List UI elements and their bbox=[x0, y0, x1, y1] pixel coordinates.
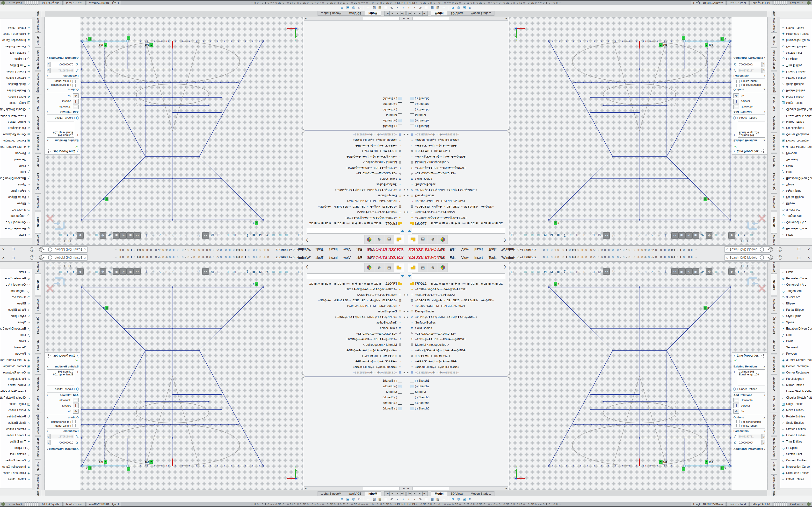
headsup-icon[interactable]: ▦ bbox=[529, 269, 535, 275]
filter-input[interactable] bbox=[307, 228, 400, 234]
headsup-icon[interactable]: ∕ bbox=[157, 269, 163, 275]
displaymanager-tab[interactable] bbox=[438, 235, 448, 244]
headsup-icon[interactable]: ▦ bbox=[713, 232, 719, 238]
tree-row[interactable]: ✎○25∙∪Ж⊙ΑШ○◦○ШΑ⊙Ж∪∙52○ bbox=[406, 331, 508, 336]
doc-tab-model[interactable]: Model bbox=[365, 11, 381, 16]
propertymanager-tab[interactable]: ▤ bbox=[418, 263, 428, 272]
headsup-icon[interactable]: ◩ bbox=[264, 269, 270, 275]
relation-button-horizontal[interactable]: —Horizontal bbox=[733, 398, 765, 402]
menu-item-polygon[interactable]: ◇Polygon bbox=[780, 150, 812, 157]
displaymanager-tab[interactable] bbox=[438, 263, 448, 272]
bottom-toolbar-icon[interactable]: ⚙ bbox=[339, 5, 345, 11]
bottom-toolbar-icon[interactable]: ◷ bbox=[456, 5, 461, 11]
section-additional-parameters[interactable]: Additional Parameters bbox=[49, 56, 79, 60]
tree-row[interactable]: ◔○25Ж◎25И3Ε25○◦○52Ε3И52◎Ж52○ bbox=[406, 199, 508, 204]
tree-row-sketch[interactable]: (-)Sketch2 bbox=[304, 118, 406, 124]
menu-item-silhouette-entities[interactable]: ◈Silhouette Entities bbox=[780, 31, 812, 37]
tree-row[interactable]: ▶A○25ИИ◎◦✚Α✚◎ИИΑ○◦○ΑИИ◎✚Α✚◦◎ИИ52○ bbox=[304, 187, 406, 193]
tree-row[interactable]: TЯPDL2.◉ ƎE ◉ Ш ◉ ◦ ◉ ✚ ◉ ⊃⊂ ◉ ƎE ◉ ∙ ◉ … bbox=[304, 221, 406, 226]
headsup-icon[interactable]: ▤ bbox=[216, 269, 222, 275]
tree-row[interactable]: ▶◷○ΛЖ◎✚25◦Ε○◦○Ε◦52✚◎ЖΛ○ bbox=[304, 292, 406, 297]
headsup-icon[interactable]: ▱ bbox=[699, 269, 705, 275]
menu-item-circular-sketch-pattern[interactable]: ∴Circular Sketch Pattern bbox=[0, 106, 32, 113]
panel-hscrollbar[interactable]: ◀ ▶ bbox=[406, 17, 508, 20]
tree-row[interactable]: ▶◷○ΛЖ◎✚25◦Ε○◦○Ε◦52✚◎ЖΛ○ bbox=[406, 210, 508, 215]
menu-item-spline[interactable]: ∿Spline bbox=[0, 319, 32, 326]
tab-mbd-dimensions[interactable]: MBD Dimensions bbox=[35, 9, 41, 33]
menu-item-3-point-center-recta-[interactable]: ◈3 Point Center Recta... bbox=[0, 144, 32, 150]
section-existing-relations[interactable]: Existing Relations bbox=[54, 365, 79, 369]
menu-item-fit-spline[interactable]: ◡Fit Spline bbox=[0, 56, 32, 62]
headsup-icon[interactable]: · bbox=[290, 269, 296, 275]
tab-sheet-metal[interactable]: Sheet Metal bbox=[771, 354, 777, 374]
headsup-icon[interactable]: ⊥ bbox=[662, 232, 668, 238]
headsup-icon[interactable]: ↩ bbox=[202, 268, 209, 275]
headsup-icon[interactable]: ▨ bbox=[209, 269, 215, 275]
tree-row[interactable]: ☰Material < not specified > bbox=[304, 342, 406, 347]
constraint-flag[interactable]: ∕ bbox=[682, 36, 685, 40]
constraint-flag[interactable]: =109 bbox=[145, 43, 153, 47]
tree-row[interactable]: ⌖○ИИ◦9Ε◦Ж⊙◎○◦○◎⊙Ж◦Ε9◦ИИ○ bbox=[304, 364, 406, 370]
panel-expand-icon[interactable]: ❯ bbox=[306, 238, 308, 242]
confirmation-corner[interactable] bbox=[748, 216, 764, 229]
relation-button-fix[interactable]: ⚓Fix bbox=[733, 94, 765, 98]
menu-item-rotate-entities[interactable]: ↻Rotate Entities bbox=[780, 88, 812, 94]
panel-divider-handle[interactable] bbox=[302, 374, 305, 378]
tab-sketch[interactable]: Sketch bbox=[35, 211, 41, 233]
menu-item-copy-entities[interactable]: ◫Copy Entities bbox=[0, 401, 32, 407]
menu-item-segment[interactable]: ∶Segment bbox=[0, 344, 32, 350]
headsup-icon[interactable]: ▦ bbox=[522, 269, 528, 275]
menu-item-copy-entities[interactable]: ◫Copy Entities bbox=[780, 401, 812, 407]
headsup-icon[interactable]: ▦ bbox=[749, 269, 755, 275]
menu-item-circle[interactable]: ○Circle bbox=[780, 269, 812, 275]
menu-item-style-spline[interactable]: ∿Style Spline bbox=[0, 313, 32, 319]
menu-item-tangent-arc[interactable]: ◡Tangent Arc bbox=[780, 213, 812, 219]
bottom-toolbar-icon[interactable]: ◖ bbox=[394, 496, 400, 502]
menu-item-centerpoint-arc[interactable]: ◠Centerpoint Arc bbox=[780, 282, 812, 288]
expand-icon[interactable]: ▶ bbox=[403, 133, 406, 136]
bottom-toolbar-icon[interactable]: ▦ bbox=[429, 496, 435, 502]
headsup-icon[interactable]: ◠ bbox=[176, 232, 182, 238]
restore-button[interactable]: ▢ bbox=[797, 248, 801, 251]
tree-row[interactable]: ◔○25Ж◎25И3Ε25○◦○52Ε3И52◎Ж52○ bbox=[304, 303, 406, 308]
menu-item-stretch-entities[interactable]: ↔Stretch Entities bbox=[780, 426, 812, 432]
scroll-right-icon[interactable]: ▶ bbox=[504, 18, 508, 20]
tree-row[interactable]: ▥○25✚3Ε25○ИИ◎◦✚⊃⊂3Ε∪3Ε25○◦○52Ε3∪Ε3⊂⊃✚◦◎И… bbox=[406, 204, 508, 210]
menu-item-intersection-curve[interactable]: ≋Intersection Curve bbox=[0, 37, 32, 44]
menu-item-ellipse[interactable]: ○Ellipse bbox=[780, 300, 812, 306]
menu-item-trim-entities[interactable]: ✂Trim Entities bbox=[780, 62, 812, 68]
ok-check-icon[interactable]: ✓ bbox=[47, 145, 78, 149]
section-add-relations[interactable]: Add Relations bbox=[60, 394, 79, 397]
tree-row[interactable]: ▱○✚ИИ◎Ж✚○✱⊙[○◦○]⊙✱○✚Ж◎ИИ✚○ bbox=[304, 154, 406, 160]
menu-item-3-point-center-recta-[interactable]: ◈3 Point Center Recta... bbox=[780, 357, 812, 363]
headsup-icon[interactable]: ◩ bbox=[542, 232, 548, 238]
headsup-icon[interactable]: ▤ bbox=[509, 232, 515, 238]
doc-tab-3d-views[interactable]: 3D Views bbox=[345, 11, 365, 16]
length-param-field[interactable]: 10.88152731 bbox=[50, 68, 74, 73]
tree-row[interactable]: ◔○25Ж◎25И3Ε25○◦○52Ε3И52◎Ж52○ bbox=[304, 199, 406, 204]
menu-insert[interactable]: Insert bbox=[471, 256, 486, 260]
menu-item-mirror-entities[interactable]: ⇆Mirror Entities bbox=[780, 382, 812, 388]
configurationmanager-tab[interactable]: ⊕ bbox=[374, 235, 384, 244]
bottom-toolbar-icon[interactable]: ▣ bbox=[345, 5, 351, 11]
bottom-toolbar-icon[interactable]: ◷ bbox=[351, 5, 356, 11]
menu-item-parallelogram[interactable]: ▱Parallelogram bbox=[0, 125, 32, 131]
constraint-flag[interactable]: ∕ bbox=[682, 467, 685, 471]
tab-mold-tools[interactable]: Mold Tools bbox=[35, 394, 41, 412]
headsup-icon[interactable]: ╳ bbox=[170, 269, 176, 275]
menu-item-offset-entities[interactable]: ⌐Offset Entities bbox=[780, 24, 812, 31]
menu-item-scale-entities[interactable]: ◸Scale Entities bbox=[0, 81, 32, 88]
menu-item-scale-entities[interactable]: ◸Scale Entities bbox=[780, 81, 812, 88]
tab-markup[interactable]: Markup bbox=[771, 33, 777, 48]
headsup-icon[interactable]: ▤ bbox=[297, 232, 303, 238]
relation-button-fix[interactable]: ⚓Fix bbox=[47, 94, 79, 98]
headsup-icon[interactable]: ▯ bbox=[225, 232, 231, 238]
menu-item-parallelogram[interactable]: ▱Parallelogram bbox=[780, 376, 812, 382]
scroll-thumb[interactable] bbox=[412, 17, 449, 20]
doc-tab-motion-study-1[interactable]: Motion Study 1 bbox=[317, 491, 345, 496]
menu-item-line[interactable]: ╱Line bbox=[0, 332, 32, 338]
tab-features[interactable]: Features bbox=[771, 262, 777, 274]
tree-row[interactable]: ◖Surface Bodies bbox=[406, 320, 508, 325]
headsup-icon[interactable]: · bbox=[516, 269, 522, 275]
relation-button-vertical[interactable]: ❘Vertical bbox=[733, 99, 765, 104]
